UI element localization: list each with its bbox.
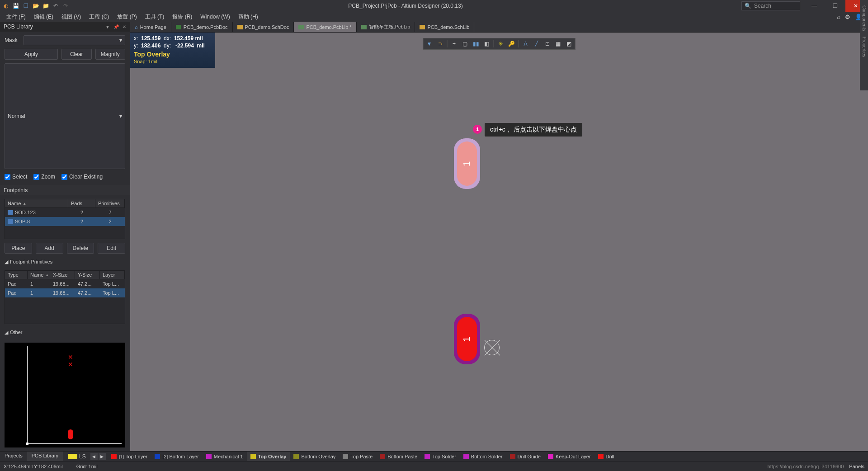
pad-1[interactable]: 1: [457, 141, 477, 186]
menu-window[interactable]: Window (W): [197, 13, 233, 21]
rect-icon[interactable]: ▢: [460, 39, 470, 48]
layer-bar: LS ◀▶ [1] Top Layer[2] Bottom LayerMecha…: [63, 452, 868, 461]
edit-button[interactable]: Edit: [98, 243, 125, 254]
panel-title: PCB Library: [4, 24, 33, 30]
footprints-header: Name▲ Pads Primitives: [5, 199, 125, 207]
layer-swatch: [598, 454, 604, 459]
tab-schdoc[interactable]: PCB_demo.SchDoc: [233, 22, 294, 32]
open-project-icon[interactable]: 📁: [42, 2, 50, 10]
layer-item[interactable]: [1] Top Layer: [108, 452, 151, 461]
board-icon[interactable]: ◩: [564, 39, 574, 48]
layer-item[interactable]: Keep-Out Layer: [544, 452, 594, 461]
delete-button[interactable]: Delete: [67, 243, 94, 254]
tab-pcb-library[interactable]: PCB Library: [27, 452, 63, 461]
watermark-text: https://blog.csdn.net/qq_34118600: [768, 464, 844, 469]
normal-dropdown[interactable]: Normal▾: [5, 63, 125, 169]
tab-pcblib2[interactable]: 智能车主板.PcbLib: [357, 22, 415, 32]
footprint-row[interactable]: SOP-8 2 2: [5, 217, 125, 226]
undo-icon[interactable]: ↶: [52, 2, 60, 10]
menu-edit[interactable]: 编辑 (E): [30, 12, 57, 22]
primitive-row[interactable]: Pad 1 19.68... 47.2... Top L...: [5, 279, 125, 288]
menu-help[interactable]: 帮助 (H): [235, 12, 262, 22]
primitives-section[interactable]: ◢Footprint Primitives: [5, 257, 125, 267]
save-icon[interactable]: 💾: [12, 2, 20, 10]
layer-next-icon[interactable]: ▶: [99, 453, 106, 460]
track-icon[interactable]: ⊃: [435, 39, 445, 48]
col-pads[interactable]: Pads: [68, 199, 95, 207]
eraser-icon[interactable]: ◧: [482, 39, 492, 48]
col-type[interactable]: Type: [5, 271, 28, 279]
tab-pcbdoc[interactable]: PCB_demo.PcbDoc: [171, 22, 233, 32]
layer-item[interactable]: [2] Bottom Layer: [151, 452, 203, 461]
search-input[interactable]: 🔍 Search: [741, 1, 800, 10]
plus-icon[interactable]: +: [449, 39, 459, 48]
text-icon[interactable]: A: [521, 39, 531, 48]
tab-schlib[interactable]: PCB_demo.SchLib: [415, 22, 474, 32]
select-checkbox[interactable]: Select: [5, 174, 27, 180]
pad-2[interactable]: 1: [457, 317, 477, 361]
panel-pin-icon[interactable]: 📌: [113, 24, 119, 29]
layer-swatch: [293, 454, 299, 459]
place-button[interactable]: Place: [5, 243, 32, 254]
grid-icon[interactable]: ▦: [553, 39, 563, 48]
clear-existing-checkbox[interactable]: Clear Existing: [61, 174, 103, 180]
pcb-canvas[interactable]: x: 125.459 dx: 152.459 mil y: 182.406 dy…: [130, 33, 868, 451]
menu-view[interactable]: 视图 (V): [58, 12, 85, 22]
mask-label: Mask: [5, 37, 21, 43]
gear-icon[interactable]: ⚙: [845, 14, 850, 20]
menu-project[interactable]: 工程 (C): [85, 12, 113, 22]
maximize-button[interactable]: ❐: [825, 0, 845, 12]
filter-icon[interactable]: ▼: [425, 39, 434, 48]
menu-tools[interactable]: 工具 (T): [142, 12, 168, 22]
menu-file[interactable]: 文件 (F): [3, 12, 29, 22]
col-primitives[interactable]: Primitives: [95, 199, 125, 207]
bar-chart-icon[interactable]: ▮▮: [471, 39, 481, 48]
components-tab[interactable]: Components: [862, 3, 867, 34]
layer-item[interactable]: Drill Guide: [506, 452, 544, 461]
layer-swatch: [111, 454, 117, 459]
col-ysize[interactable]: Y-Size: [75, 271, 100, 279]
panel-dropdown-icon[interactable]: ▼: [105, 24, 110, 29]
col-xsize[interactable]: X-Size: [50, 271, 75, 279]
layer-set[interactable]: LS: [66, 452, 89, 461]
save-all-icon[interactable]: ❐: [22, 2, 30, 10]
panels-button[interactable]: Panels: [849, 464, 864, 469]
primitive-row[interactable]: Pad 1 19.68... 47.2... Top L...: [5, 288, 125, 297]
magnify-button[interactable]: Magnify: [95, 49, 125, 60]
layer-item[interactable]: Mechanical 1: [203, 452, 247, 461]
layer-item[interactable]: Bottom Overlay: [290, 452, 339, 461]
add-button[interactable]: Add: [36, 243, 63, 254]
key-icon[interactable]: 🔑: [507, 39, 517, 48]
other-section[interactable]: ◢Other: [5, 328, 125, 337]
layer-item[interactable]: Bottom Paste: [376, 452, 421, 461]
layer-prev-icon[interactable]: ◀: [90, 453, 98, 460]
quick-access-toolbar: ◐ 💾 ❐ 📂 📁 ↶ ↷: [2, 2, 70, 10]
redo-icon[interactable]: ↷: [61, 2, 70, 10]
dim-icon[interactable]: ⊡: [542, 39, 552, 48]
properties-tab[interactable]: Properties: [862, 34, 867, 60]
apply-button[interactable]: Apply: [5, 49, 58, 60]
tab-projects[interactable]: Projects: [0, 452, 27, 461]
tab-pcblib[interactable]: PCB_demo.PcbLib *: [294, 22, 356, 32]
sun-icon[interactable]: ☀: [496, 39, 506, 48]
layer-item[interactable]: Drill: [594, 452, 618, 461]
footprint-row[interactable]: SOD-123 2 7: [5, 208, 125, 217]
clear-button[interactable]: Clear: [61, 49, 91, 60]
menu-place[interactable]: 放置 (P): [113, 12, 140, 22]
mask-dropdown[interactable]: ▾: [24, 35, 125, 45]
open-folder-icon[interactable]: 📂: [32, 2, 40, 10]
minimize-button[interactable]: —: [804, 0, 825, 12]
col-name[interactable]: Name▲: [28, 271, 50, 279]
tab-home[interactable]: ⌂Home Page: [130, 22, 171, 32]
menu-report[interactable]: 报告 (R): [169, 12, 196, 22]
layer-item[interactable]: Top Solder: [421, 452, 460, 461]
col-layer[interactable]: Layer: [100, 271, 125, 279]
layer-item[interactable]: Bottom Solder: [460, 452, 506, 461]
line-icon[interactable]: ╱: [532, 39, 542, 48]
col-name[interactable]: Name▲: [5, 199, 68, 207]
cloud-icon[interactable]: ⌂: [837, 14, 840, 20]
layer-item[interactable]: Top Overlay: [247, 452, 290, 461]
zoom-checkbox[interactable]: Zoom: [33, 174, 55, 180]
panel-close-icon[interactable]: ✕: [123, 24, 126, 29]
layer-item[interactable]: Top Paste: [339, 452, 376, 461]
